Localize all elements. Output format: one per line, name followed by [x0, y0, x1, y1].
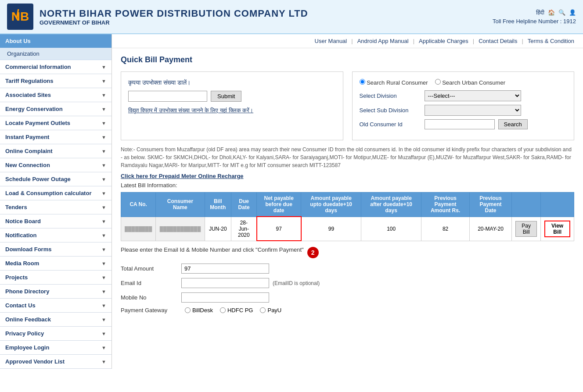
- mobile-input[interactable]: [181, 292, 269, 303]
- col-amount-after: Amount payable after duedate+10 days: [361, 192, 421, 217]
- android-app-manual-link[interactable]: Android App Manual: [357, 38, 409, 44]
- consumer-number-input[interactable]: [128, 91, 207, 102]
- sidebar-item-privacy-policy[interactable]: Privacy Policy ▼: [0, 327, 112, 341]
- chevron-down-icon: ▼: [101, 135, 106, 140]
- sidebar-sub-item-organization[interactable]: Organization: [0, 48, 112, 60]
- chevron-down-icon: ▼: [101, 261, 106, 266]
- col-bill-month: Bill Month: [205, 192, 231, 217]
- sidebar-active-section: About Us: [0, 34, 112, 48]
- mobile-label: Mobile No: [121, 294, 178, 301]
- prepaid-link[interactable]: Click here for Prepaid Meter Online Rech…: [121, 173, 574, 179]
- sidebar-item-projects[interactable]: Projects ▼: [0, 271, 112, 285]
- sidebar-item-energy-conservation[interactable]: Energy Conservation ▼: [0, 102, 112, 116]
- top-links-bar: User Manual | Android App Manual | Appli…: [112, 34, 583, 48]
- submit-button[interactable]: Submit: [211, 91, 241, 102]
- cell-ca-no: ████████: [121, 217, 156, 241]
- chevron-down-icon: ▼: [101, 359, 106, 364]
- subdivision-select[interactable]: [425, 105, 521, 116]
- view-bill-button[interactable]: View Bill: [544, 221, 570, 237]
- user-icon[interactable]: 👤: [569, 9, 576, 16]
- col-amount-upto: Amount payable upto duedate+10 days: [301, 192, 361, 217]
- sidebar-label: Employee Login: [5, 344, 49, 351]
- division-select[interactable]: ---Select---: [425, 90, 521, 101]
- urban-consumer-radio[interactable]: [435, 79, 441, 85]
- sidebar-label: Approved Vendor List: [5, 358, 65, 365]
- urban-consumer-radio-label[interactable]: Search Urban Consumer: [435, 79, 505, 86]
- consumer-input-row: Submit: [128, 91, 336, 102]
- sidebar-item-notice-board[interactable]: Notice Board ▼: [0, 214, 112, 228]
- sidebar-item-tariff-regulations[interactable]: Tariff Regulations ▼: [0, 74, 112, 88]
- search-panels: कृपया उपभोक्ता संख्या डालें। Submit विद्…: [121, 71, 574, 140]
- chevron-down-icon: ▼: [101, 64, 106, 70]
- search-icon[interactable]: 🔍: [558, 9, 565, 16]
- rural-consumer-radio-label[interactable]: Search Rural Consumer: [360, 79, 428, 86]
- chevron-down-icon: ▼: [101, 303, 106, 308]
- consumer-link[interactable]: विद्युत विपत्र में उपभोक्ता संख्या जानने…: [128, 107, 336, 114]
- sidebar-item-commercial-information[interactable]: Commercial Information ▼: [0, 60, 112, 74]
- hindi-link[interactable]: हिंदी: [536, 9, 544, 16]
- payu-radio[interactable]: [260, 307, 266, 313]
- cell-amount-upto: 99: [301, 217, 361, 241]
- sidebar-label: Tariff Regulations: [5, 78, 54, 84]
- chevron-down-icon: ▼: [101, 177, 106, 182]
- billdesk-radio[interactable]: [185, 307, 191, 313]
- sidebar-label: Tenders: [5, 204, 27, 210]
- sidebar-item-schedule-power-outage[interactable]: Schedule Power Outage ▼: [0, 172, 112, 186]
- hdfc-option[interactable]: HDFC PG: [220, 307, 253, 314]
- applicable-charges-link[interactable]: Applicable Charges: [419, 38, 468, 44]
- sidebar-item-new-connection[interactable]: New Connection ▼: [0, 158, 112, 172]
- sidebar-item-media-room[interactable]: Media Room ▼: [0, 257, 112, 271]
- sidebar-item-associated-sites[interactable]: Associated Sites ▼: [0, 88, 112, 102]
- payu-option[interactable]: PayU: [260, 307, 281, 314]
- contact-details-link[interactable]: Contact Details: [479, 38, 517, 44]
- col-net-payable: Net payable before due date: [257, 192, 301, 217]
- total-amount-input[interactable]: [181, 264, 269, 274]
- billdesk-option[interactable]: BillDesk: [185, 307, 213, 314]
- pay-bill-button[interactable]: Pay Bill: [515, 221, 537, 237]
- sidebar-label: New Connection: [5, 162, 50, 168]
- sidebar-label: Media Room: [5, 260, 39, 267]
- sidebar-item-instant-payment[interactable]: Instant Payment ▼: [0, 130, 112, 144]
- email-optional: (EmailID is optional): [273, 280, 320, 286]
- payment-section: Please enter the Email Id & Mobile Numbe…: [121, 246, 574, 314]
- division-label: Select Division: [360, 93, 421, 99]
- terms-condition-link[interactable]: Terms & Condition: [528, 38, 574, 44]
- chevron-down-icon: ▼: [101, 331, 106, 336]
- hdfc-radio[interactable]: [220, 307, 226, 313]
- sidebar-label: Locate Payment Outlets: [5, 120, 70, 126]
- sidebar-label: Notification: [5, 232, 37, 239]
- sidebar-item-load-consumption[interactable]: Load & Consumption calculator ▼: [0, 186, 112, 200]
- sidebar-item-online-complaint[interactable]: Online Complaint ▼: [0, 144, 112, 158]
- sidebar-item-online-feedback[interactable]: Online Feedback ▼: [0, 313, 112, 327]
- sidebar-item-contact-us[interactable]: Contact Us ▼: [0, 299, 112, 313]
- search-button[interactable]: Search: [498, 119, 528, 129]
- company-title: NORTH BIHAR POWER DISTRIBUTION COMPANY L…: [40, 8, 308, 19]
- col-due-date: Due Date: [231, 192, 257, 217]
- sidebar-item-download-forms[interactable]: Download Forms ▼: [0, 242, 112, 257]
- sidebar-item-tenders[interactable]: Tenders ▼: [0, 200, 112, 214]
- main-content: User Manual | Android App Manual | Appli…: [112, 34, 583, 369]
- note-text: Note:- Consumers from Muzaffarpur (old D…: [121, 146, 574, 169]
- subdivision-row: Select Sub Division: [360, 105, 567, 116]
- email-input[interactable]: [181, 278, 269, 288]
- chevron-down-icon: ▼: [101, 121, 106, 126]
- col-prev-date: Previous Payment Date: [470, 192, 512, 217]
- home-icon[interactable]: 🏠: [548, 9, 555, 16]
- header-right: हिंदी 🏠 🔍 👤 Toll Free Helpline Number : …: [493, 9, 576, 25]
- sidebar-item-phone-directory[interactable]: Phone Directory ▼: [0, 285, 112, 299]
- logo-slash: /: [16, 7, 19, 21]
- rural-consumer-radio[interactable]: [360, 79, 365, 85]
- sidebar-item-approved-vendor[interactable]: Approved Vendor List ▼: [0, 355, 112, 369]
- sidebar-item-employee-login[interactable]: Employee Login ▼: [0, 341, 112, 355]
- logo-text: NB: [11, 10, 29, 24]
- search-consumer-panel: Search Rural Consumer Search Urban Consu…: [352, 71, 575, 140]
- user-manual-link[interactable]: User Manual: [315, 38, 347, 44]
- sidebar-item-locate-payment-outlets[interactable]: Locate Payment Outlets ▼: [0, 116, 112, 130]
- sidebar-label: Contact Us: [5, 302, 36, 309]
- table-row: ████████ ████████████ JUN-20 28-Jun-2020…: [121, 217, 574, 241]
- old-consumer-input[interactable]: [425, 119, 495, 129]
- total-amount-row: Total Amount: [121, 264, 574, 274]
- chevron-down-icon: ▼: [101, 247, 106, 252]
- hindi-prompt: कृपया उपभोक्ता संख्या डालें।: [128, 79, 336, 86]
- sidebar-item-notification[interactable]: Notification ▼: [0, 228, 112, 242]
